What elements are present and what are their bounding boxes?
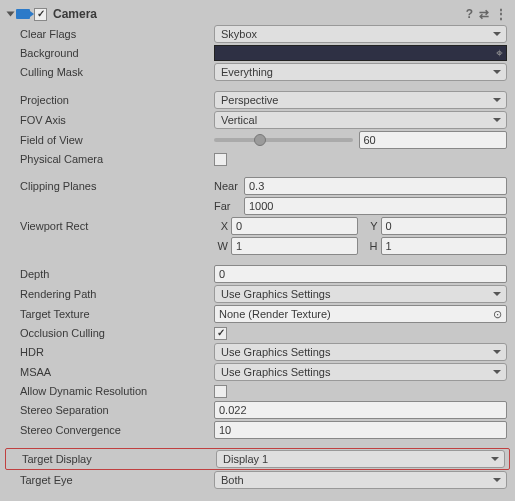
slider-thumb[interactable] [254,134,266,146]
h-label: H [364,240,378,252]
background-label: Background [20,47,214,59]
fov-axis-dropdown[interactable]: Vertical [214,111,507,129]
field-of-view-slider[interactable] [214,138,353,142]
background-color-field[interactable] [214,45,507,61]
rendering-path-label: Rendering Path [20,288,214,300]
depth-input[interactable]: 0 [214,265,507,283]
viewport-x-input[interactable]: 0 [231,217,358,235]
viewport-w-input[interactable]: 1 [231,237,358,255]
target-texture-field[interactable]: None (Render Texture) [214,305,507,323]
stereo-separation-label: Stereo Separation [20,404,214,416]
component-header: Camera ? ⇄ ⋮ [4,4,511,24]
target-eye-dropdown[interactable]: Both [214,471,507,489]
y-label: Y [364,220,378,232]
culling-mask-label: Culling Mask [20,66,214,78]
target-display-label: Target Display [22,453,216,465]
viewport-y-input[interactable]: 0 [381,217,508,235]
field-of-view-label: Field of View [20,134,214,146]
occlusion-culling-label: Occlusion Culling [20,327,214,339]
target-texture-label: Target Texture [20,308,214,320]
occlusion-culling-checkbox[interactable] [214,327,227,340]
near-label: Near [214,180,244,192]
clear-flags-label: Clear Flags [20,28,214,40]
stereo-convergence-label: Stereo Convergence [20,424,214,436]
far-label: Far [214,200,244,212]
stereo-separation-input[interactable]: 0.022 [214,401,507,419]
x-label: X [214,220,228,232]
enable-checkbox[interactable] [34,8,47,21]
target-display-dropdown[interactable]: Display 1 [216,450,505,468]
culling-mask-dropdown[interactable]: Everything [214,63,507,81]
component-title: Camera [53,7,466,21]
w-label: W [214,240,228,252]
context-menu-icon[interactable]: ⋮ [495,7,507,21]
depth-label: Depth [20,268,214,280]
physical-camera-label: Physical Camera [20,153,214,165]
allow-dynamic-res-checkbox[interactable] [214,385,227,398]
clear-flags-dropdown[interactable]: Skybox [214,25,507,43]
target-eye-label: Target Eye [20,474,214,486]
viewport-rect-label: Viewport Rect [20,220,214,232]
help-icon[interactable]: ? [466,7,473,21]
rendering-path-dropdown[interactable]: Use Graphics Settings [214,285,507,303]
clipping-near-input[interactable]: 0.3 [244,177,507,195]
camera-icon [16,9,30,19]
viewport-h-input[interactable]: 1 [381,237,508,255]
hdr-dropdown[interactable]: Use Graphics Settings [214,343,507,361]
allow-dynamic-res-label: Allow Dynamic Resolution [20,385,214,397]
fov-axis-label: FOV Axis [20,114,214,126]
field-of-view-input[interactable]: 60 [359,131,508,149]
msaa-label: MSAA [20,366,214,378]
projection-dropdown[interactable]: Perspective [214,91,507,109]
stereo-convergence-input[interactable]: 10 [214,421,507,439]
hdr-label: HDR [20,346,214,358]
foldout-toggle[interactable] [7,12,15,17]
clipping-far-input[interactable]: 1000 [244,197,507,215]
physical-camera-checkbox[interactable] [214,153,227,166]
msaa-dropdown[interactable]: Use Graphics Settings [214,363,507,381]
projection-label: Projection [20,94,214,106]
clipping-planes-label: Clipping Planes [20,180,214,192]
presets-icon[interactable]: ⇄ [479,7,489,21]
